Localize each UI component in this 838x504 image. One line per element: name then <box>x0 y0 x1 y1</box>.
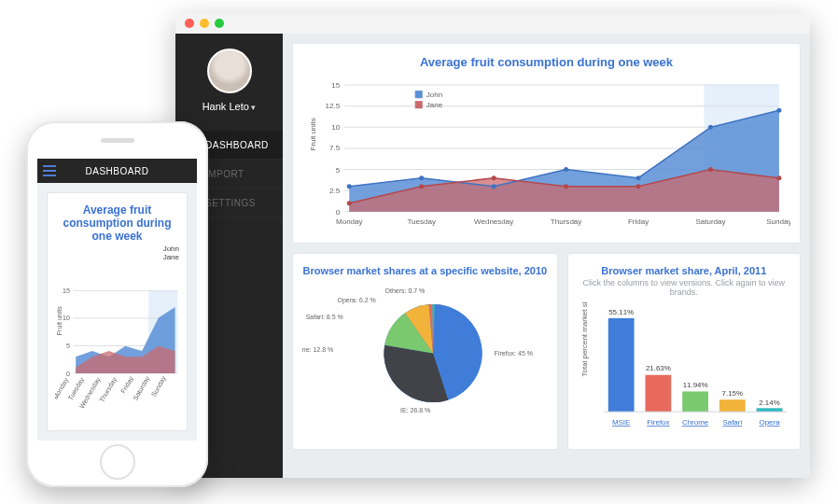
svg-text:5: 5 <box>336 166 341 175</box>
svg-text:0: 0 <box>66 371 70 378</box>
svg-text:Fruit units: Fruit units <box>309 118 317 150</box>
svg-text:21.63%: 21.63% <box>646 364 671 372</box>
svg-text:7.15%: 7.15% <box>721 389 743 398</box>
svg-rect-41 <box>415 101 423 108</box>
card-bar-chart: Browser market share, April, 2011 Click … <box>567 253 801 450</box>
svg-text:Sunday: Sunday <box>150 375 168 399</box>
svg-text:IE: 26.8 %: IE: 26.8 % <box>400 407 430 413</box>
titlebar <box>175 13 810 34</box>
phone-screen: DASHBOARD Average fruit consumption duri… <box>37 159 197 441</box>
sidebar-item-label: SETTINGS <box>205 198 256 208</box>
svg-point-19 <box>419 175 424 180</box>
svg-text:Jane: Jane <box>426 101 443 109</box>
close-icon[interactable] <box>185 19 194 28</box>
area-chart-mobile[interactable]: 0 5 10 15 Fruit units Monday Tuesday Wed… <box>55 261 179 423</box>
svg-point-29 <box>636 184 641 189</box>
svg-point-22 <box>636 175 641 180</box>
svg-text:Total percent market share: Total percent market share <box>580 302 589 376</box>
app-window: Hank Leto DASHBOARD IMPORT <box>175 13 810 478</box>
svg-text:Firefox: 45 %: Firefox: 45 % <box>495 350 533 357</box>
svg-text:Firefox: Firefox <box>647 418 669 427</box>
svg-point-25 <box>347 201 352 205</box>
svg-text:Wednesday: Wednesday <box>474 217 513 226</box>
svg-text:5: 5 <box>66 343 70 350</box>
svg-text:Friday: Friday <box>628 217 649 226</box>
phone-mock: DASHBOARD Average fruit consumption duri… <box>26 121 208 487</box>
chart-subtitle: Click the columns to view versions. Clic… <box>578 278 790 297</box>
svg-rect-53 <box>682 391 708 412</box>
svg-point-26 <box>419 184 424 189</box>
sidebar-item-label: IMPORT <box>205 169 244 179</box>
svg-text:Safari: Safari <box>722 418 742 427</box>
chart-title: Average fruit consumption during one wee… <box>55 204 179 243</box>
svg-text:11.94%: 11.94% <box>682 381 707 389</box>
svg-point-24 <box>776 108 781 113</box>
svg-point-28 <box>564 184 568 189</box>
area-chart[interactable]: 0 2.5 5 7.5 10 12.5 15 Fruit units <box>302 71 790 235</box>
svg-text:Sunday: Sunday <box>766 217 790 226</box>
svg-text:Monday: Monday <box>336 217 363 226</box>
svg-point-27 <box>492 175 496 180</box>
chart-title: Browser market shares at a specific webs… <box>302 265 548 276</box>
speaker <box>101 138 134 143</box>
svg-text:Safari: 8.5 %: Safari: 8.5 % <box>306 314 343 320</box>
svg-text:15: 15 <box>63 287 70 295</box>
chart-title: Average fruit consumption during one wee… <box>302 55 790 69</box>
svg-point-18 <box>347 184 352 189</box>
chart-legend: John Jane <box>55 245 179 261</box>
svg-text:10: 10 <box>63 315 70 323</box>
svg-text:2.14%: 2.14% <box>759 399 780 407</box>
svg-point-31 <box>776 175 781 180</box>
username-dropdown[interactable]: Hank Leto <box>203 101 257 112</box>
chart-title: Browser market share, April, 2011 <box>578 265 790 276</box>
svg-text:Chrome: 12.8 %: Chrome: 12.8 % <box>302 346 333 353</box>
minimize-icon[interactable] <box>200 19 209 28</box>
svg-text:Saturday: Saturday <box>695 217 725 226</box>
hamburger-icon[interactable] <box>37 165 62 176</box>
svg-rect-52 <box>645 375 671 412</box>
sidebar-item-label: DASHBOARD <box>205 140 269 150</box>
svg-text:15: 15 <box>331 81 340 90</box>
bar-chart[interactable]: Total percent market share <box>578 302 790 441</box>
svg-text:7.5: 7.5 <box>329 144 341 152</box>
svg-rect-51 <box>608 318 634 412</box>
pie-chart[interactable]: Firefox: 45 % IE: 26.8 % Chrome: 12.8 % … <box>302 278 548 417</box>
maximize-icon[interactable] <box>215 19 224 28</box>
svg-point-21 <box>564 167 568 172</box>
chart-legend: John Jane <box>415 91 443 109</box>
svg-text:Opera: 6.2 %: Opera: 6.2 % <box>338 297 376 304</box>
profile: Hank Leto <box>175 34 283 121</box>
svg-rect-39 <box>415 91 423 98</box>
svg-text:0: 0 <box>336 208 341 217</box>
home-button[interactable] <box>100 444 135 480</box>
svg-text:Chrome: Chrome <box>682 418 709 427</box>
svg-rect-54 <box>719 399 746 412</box>
svg-text:2.5: 2.5 <box>329 187 341 195</box>
svg-text:Thursday: Thursday <box>551 217 581 226</box>
svg-text:Fruit units: Fruit units <box>56 306 63 336</box>
card-pie-chart: Browser market shares at a specific webs… <box>292 253 558 450</box>
svg-point-23 <box>708 125 713 130</box>
svg-text:Others: 0.7 %: Others: 0.7 % <box>385 287 426 294</box>
svg-text:MSIE: MSIE <box>612 418 630 427</box>
mobile-header: DASHBOARD <box>37 159 197 183</box>
svg-text:55.11%: 55.11% <box>608 308 634 316</box>
mobile-title: DASHBOARD <box>62 166 197 176</box>
svg-text:John: John <box>426 91 442 99</box>
card-fruit-chart: Average fruit consumption during one wee… <box>292 43 801 244</box>
svg-text:10: 10 <box>331 123 340 132</box>
svg-text:Friday: Friday <box>119 375 135 395</box>
svg-text:Tuesday: Tuesday <box>407 217 436 226</box>
svg-point-30 <box>708 167 713 172</box>
mobile-card-fruit: Average fruit consumption during one wee… <box>47 192 188 431</box>
svg-rect-55 <box>756 408 782 412</box>
svg-point-20 <box>492 184 496 189</box>
content: Average fruit consumption during one wee… <box>283 34 810 478</box>
svg-text:Opera: Opera <box>759 418 780 427</box>
avatar[interactable] <box>207 49 252 93</box>
svg-text:12.5: 12.5 <box>326 102 341 110</box>
